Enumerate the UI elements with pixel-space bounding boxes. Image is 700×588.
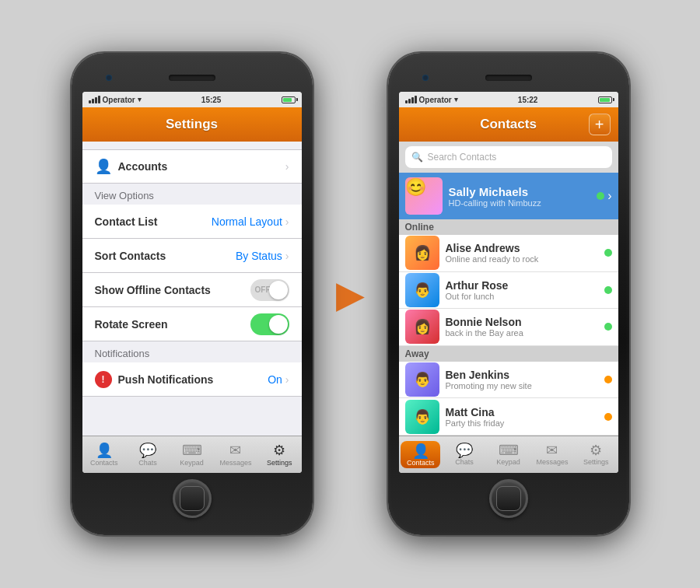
contact-name-4: Ben Jenkins	[446, 369, 598, 381]
messages-tab-icon: ✉	[229, 443, 241, 457]
notifications-header: Notifications	[82, 341, 302, 362]
tab-chats-right[interactable]: 💬 Chats	[443, 436, 486, 473]
featured-chevron: ›	[607, 189, 611, 203]
contact-row-1[interactable]: 👩 Alise Andrews Online and ready to rock	[399, 235, 618, 272]
accounts-row[interactable]: 👤 Accounts ›	[82, 149, 302, 184]
tab-bar-contacts: 👤 Contacts 💬 Chats ⌨ Keypad ✉ Messages	[399, 436, 618, 473]
tab-settings-right[interactable]: ⚙ Settings	[574, 436, 618, 473]
home-button-inner-right	[496, 486, 521, 511]
contact-info-4: Ben Jenkins Promoting my new site	[446, 369, 598, 390]
sort-contacts-chevron: ›	[285, 250, 289, 262]
tab-contacts[interactable]: 👤 Contacts	[82, 436, 126, 473]
contact-avatar-2: 👨	[405, 273, 439, 307]
featured-name: Sally Michaels	[449, 185, 591, 198]
account-icon: 👤	[95, 158, 112, 175]
time-label: 15:25	[201, 96, 222, 104]
contacts-list: Online 👩 Alise Andrews Online and ready …	[399, 219, 618, 436]
keypad-tab-icon: ⌨	[182, 443, 202, 457]
phone-settings: Operator ▾ 15:25 Settings 👤	[72, 53, 313, 535]
contacts-tab-icon-right: 👤	[412, 444, 429, 458]
chats-icon-right: 💬	[456, 443, 473, 457]
tab-keypad-right[interactable]: ⌨ Keypad	[486, 436, 530, 473]
settings-tab-label: Settings	[267, 459, 292, 467]
signal-icon	[89, 96, 100, 103]
tab-chats[interactable]: 💬 Chats	[126, 436, 170, 473]
accounts-label: Accounts	[118, 160, 168, 173]
online-section-header: Online	[399, 219, 618, 235]
status-dot-5	[604, 413, 612, 421]
nav-bar: Settings	[82, 107, 302, 142]
add-contact-button[interactable]: +	[589, 114, 611, 135]
sort-contacts-value: By Status	[236, 250, 282, 262]
push-notif-value: On	[268, 373, 282, 386]
status-bar-right: Operator ▾ 15:22	[399, 92, 618, 107]
contact-info-2: Arthur Rose Out for lunch	[446, 279, 598, 301]
push-notif-row[interactable]: ! Push Notifications On ›	[82, 362, 302, 397]
speaker-right	[485, 75, 532, 81]
contact-name-5: Matt Cina	[446, 406, 598, 418]
battery-icon	[282, 96, 296, 103]
sort-contacts-row[interactable]: Sort Contacts By Status ›	[82, 239, 302, 273]
home-button-inner	[180, 486, 205, 511]
battery-icon-right	[598, 96, 612, 103]
contact-name-3: Bonnie Nelson	[446, 316, 598, 328]
settings-lbl-right: Settings	[583, 458, 609, 466]
contact-avatar-1: 👩	[405, 236, 439, 270]
home-button-right[interactable]	[489, 479, 528, 518]
contact-avatar-5: 👨	[405, 400, 439, 434]
signal-icon-right	[405, 96, 417, 103]
tab-keypad[interactable]: ⌨ Keypad	[170, 436, 213, 473]
contact-status-1: Online and ready to rock	[446, 254, 598, 264]
featured-sub: HD-calling with Nimbuzz	[449, 198, 591, 208]
contact-name-2: Arthur Rose	[446, 279, 598, 292]
contacts-screen: Operator ▾ 15:22 Contacts + 🔍 Se	[399, 92, 618, 473]
status-dot-3	[604, 323, 612, 331]
contact-list-row[interactable]: Contact List Normal Layout ›	[82, 205, 302, 239]
keypad-tab-label: Keypad	[180, 459, 204, 467]
search-placeholder: Search Contacts	[428, 152, 497, 163]
chats-tab-icon: 💬	[139, 443, 156, 457]
settings-screen: Operator ▾ 15:25 Settings 👤	[82, 92, 302, 473]
operator-label: Operator	[103, 96, 135, 104]
status-bar: Operator ▾ 15:25	[82, 92, 302, 107]
settings-icon-right: ⚙	[590, 443, 602, 457]
away-section-header: Away	[399, 346, 618, 362]
contact-status-4: Promoting my new site	[446, 381, 598, 390]
operator-label-right: Operator	[419, 96, 452, 104]
rotate-screen-row[interactable]: Rotate Screen ON	[82, 307, 302, 341]
nav-title: Settings	[166, 117, 218, 132]
notif-icon: !	[95, 371, 112, 388]
toggle-on-label: ON	[273, 320, 285, 328]
featured-status: ›	[597, 189, 611, 203]
contacts-nav-bar: Contacts +	[399, 107, 618, 142]
contact-row-3[interactable]: 👩 Bonnie Nelson back in the Bay area	[399, 309, 618, 346]
push-notif-label: Push Notifications	[118, 373, 214, 386]
show-offline-row[interactable]: Show Offline Contacts OFF	[82, 273, 302, 307]
featured-contact-row[interactable]: 😊 Sally Michaels HD-calling with Nimbuzz…	[399, 173, 618, 219]
tab-contacts-right[interactable]: 👤 Contacts	[399, 436, 443, 473]
contact-list-label: Contact List	[95, 215, 158, 228]
contact-row-5[interactable]: 👨 Matt Cina Party this friday	[399, 398, 618, 436]
contacts-tab-icon: 👤	[96, 443, 113, 457]
home-button[interactable]	[173, 479, 212, 518]
contacts-tab-label: Contacts	[90, 459, 118, 467]
keypad-icon-right: ⌨	[499, 443, 519, 457]
contact-row-4[interactable]: 👨 Ben Jenkins Promoting my new site	[399, 362, 618, 399]
time-label-right: 15:22	[518, 96, 538, 104]
contact-status-2: Out for lunch	[446, 292, 598, 301]
featured-info: Sally Michaels HD-calling with Nimbuzz	[449, 185, 591, 208]
contact-status-5: Party this friday	[446, 418, 598, 428]
push-notif-chevron: ›	[285, 373, 289, 386]
show-offline-toggle[interactable]: OFF	[250, 279, 289, 301]
speaker	[169, 75, 215, 81]
contact-row-2[interactable]: 👨 Arthur Rose Out for lunch	[399, 272, 618, 310]
tab-bar: 👤 Contacts 💬 Chats ⌨ Keypad ✉ Messages ⚙	[82, 436, 302, 473]
tab-messages[interactable]: ✉ Messages	[214, 436, 257, 473]
featured-status-dot	[597, 192, 604, 200]
tab-settings[interactable]: ⚙ Settings	[257, 436, 301, 473]
rotate-screen-toggle[interactable]: ON	[250, 313, 289, 335]
sort-contacts-label: Sort Contacts	[95, 250, 166, 262]
search-input[interactable]: 🔍 Search Contacts	[405, 146, 612, 168]
contacts-nav-title: Contacts	[480, 117, 537, 132]
tab-messages-right[interactable]: ✉ Messages	[530, 436, 574, 473]
